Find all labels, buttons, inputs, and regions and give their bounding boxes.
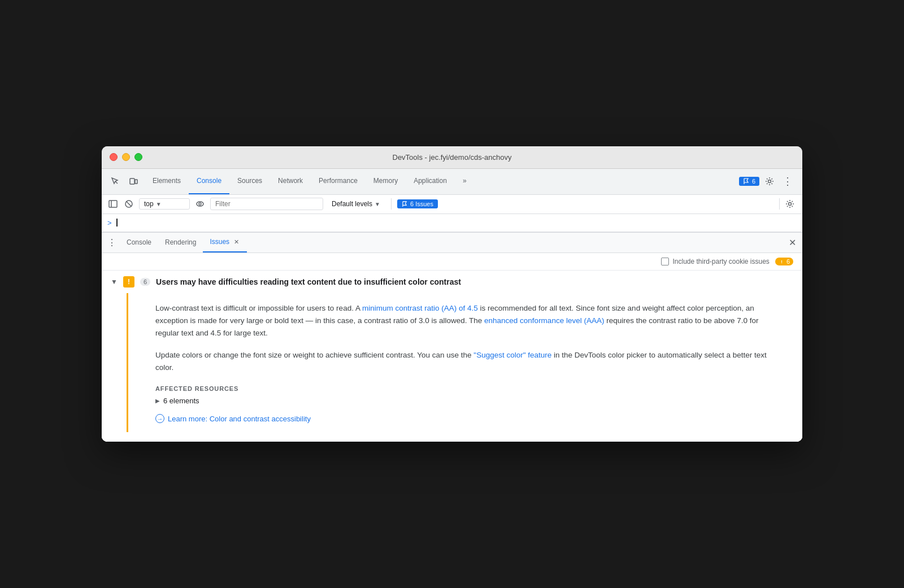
eye-button[interactable] — [193, 197, 207, 211]
inspect-element-button[interactable] — [107, 173, 123, 189]
chevron-down-icon: ▼ — [156, 201, 162, 207]
tab-sources[interactable]: Sources — [229, 169, 270, 194]
warning-icon: ! — [123, 276, 134, 288]
drawer-tab-issues[interactable]: Issues ✕ — [203, 233, 247, 252]
expand-elements-icon: ▶ — [155, 398, 160, 404]
tab-memory[interactable]: Memory — [366, 169, 406, 194]
issue-body: Low-contrast text is difficult or imposs… — [127, 293, 793, 432]
tab-application[interactable]: Application — [406, 169, 455, 194]
svg-point-9 — [789, 203, 792, 206]
more-options-button[interactable]: ⋮ — [780, 173, 796, 189]
show-sidebar-button[interactable] — [106, 197, 120, 211]
close-icon: ✕ — [789, 237, 796, 248]
flag-icon-sm — [402, 201, 408, 207]
drawer-tab-rendering[interactable]: Rendering — [158, 233, 203, 252]
tab-more[interactable]: » — [455, 169, 475, 194]
svg-point-2 — [768, 180, 771, 183]
device-toolbar-button[interactable] — [125, 173, 141, 189]
console-cursor — [116, 219, 118, 227]
settings-icon — [765, 177, 774, 186]
filter-input[interactable] — [210, 198, 323, 210]
warning-icon-badge: ! — [779, 258, 785, 264]
issue-item-contrast: ▼ ! 6 Users may have difficulties readin… — [102, 271, 802, 442]
issue-update-paragraph: Update colors or change the font size or… — [155, 349, 784, 374]
main-tabs: Elements Console Sources Network Perform… — [145, 169, 734, 194]
link-enhanced-conformance[interactable]: enhanced conformance level (AAA) — [484, 316, 604, 325]
issues-warning-badge: ! 6 — [775, 258, 793, 265]
main-toolbar: Elements Console Sources Network Perform… — [102, 169, 802, 195]
third-party-cookie-checkbox-label[interactable]: Include third-party cookie issues — [661, 258, 769, 265]
sidebar-icon — [108, 199, 118, 208]
clear-console-button[interactable] — [122, 197, 136, 211]
learn-more-link[interactable]: → Learn more: Color and contrast accessi… — [155, 414, 784, 423]
drawer-tab-console[interactable]: Console — [120, 233, 158, 252]
console-settings-button[interactable] — [782, 196, 798, 212]
settings-button[interactable] — [762, 173, 777, 189]
issues-badge-console[interactable]: 6 Issues — [397, 199, 438, 208]
affected-resources-title: Affected Resources — [155, 385, 784, 392]
svg-point-7 — [197, 202, 203, 206]
svg-text:!: ! — [781, 259, 783, 264]
link-suggest-color[interactable]: "Suggest color" feature — [473, 351, 551, 359]
flag-icon — [743, 178, 750, 185]
issues-count-badge[interactable]: 6 — [739, 177, 759, 186]
svg-rect-1 — [135, 180, 137, 184]
issue-count-badge: 6 — [140, 278, 150, 286]
console-left-icons — [106, 197, 136, 211]
level-selector[interactable]: Default levels ▼ — [327, 198, 385, 210]
fullscreen-button[interactable] — [134, 153, 142, 161]
third-party-cookie-checkbox[interactable] — [661, 258, 669, 265]
divider — [391, 198, 392, 210]
close-issues-tab-button[interactable]: ✕ — [233, 238, 240, 246]
level-chevron-icon: ▼ — [375, 201, 380, 207]
tab-performance[interactable]: Performance — [311, 169, 366, 194]
ban-icon — [124, 199, 133, 208]
console-bar: top ▼ Default levels ▼ 6 Issues — [102, 195, 802, 214]
tab-elements[interactable]: Elements — [145, 169, 189, 194]
console-input-line[interactable]: > — [102, 214, 802, 232]
divider2 — [779, 198, 780, 210]
link-minimum-contrast[interactable]: minimum contrast ratio (AA) of 4.5 — [362, 304, 478, 312]
drawer: ⋮ Console Rendering Issues ✕ ✕ — [102, 232, 802, 442]
titlebar: DevTools - jec.fyi/demo/cds-anchovy — [102, 146, 802, 169]
svg-line-6 — [127, 202, 132, 207]
issue-description-paragraph1: Low-contrast text is difficult or imposs… — [155, 302, 784, 340]
issue-header[interactable]: ▼ ! 6 Users may have difficulties readin… — [102, 271, 802, 293]
drawer-menu-button[interactable]: ⋮ — [104, 234, 120, 250]
close-drawer-button[interactable]: ✕ — [784, 234, 800, 250]
learn-more-circle-icon: → — [155, 414, 164, 423]
context-selector[interactable]: top ▼ — [139, 198, 190, 210]
eye-icon — [195, 199, 205, 208]
collapse-chevron-icon: ▼ — [111, 278, 118, 286]
issue-title: Users may have difficulties reading text… — [156, 277, 461, 286]
svg-point-8 — [199, 203, 201, 205]
window-title: DevTools - jec.fyi/demo/cds-anchovy — [393, 153, 512, 162]
gear-icon — [785, 199, 794, 208]
traffic-lights — [110, 153, 142, 161]
console-bar-right — [777, 196, 798, 212]
tab-network[interactable]: Network — [270, 169, 311, 194]
devtools-panel: Elements Console Sources Network Perform… — [102, 169, 802, 442]
close-button[interactable] — [110, 153, 118, 161]
drawer-tabs: ⋮ Console Rendering Issues ✕ ✕ — [102, 233, 802, 253]
toolbar-left — [104, 169, 145, 194]
minimize-button[interactable] — [122, 153, 130, 161]
svg-rect-3 — [109, 201, 117, 207]
console-prompt: > — [107, 219, 112, 227]
toolbar-right: 6 ⋮ — [734, 169, 800, 194]
svg-rect-0 — [130, 178, 134, 184]
issues-content: Include third-party cookie issues ! 6 ▼ — [102, 253, 802, 442]
elements-toggle[interactable]: ▶ 6 elements — [155, 397, 784, 405]
devtools-window: DevTools - jec.fyi/demo/cds-anchovy — [102, 146, 802, 442]
issues-toolbar: Include third-party cookie issues ! 6 — [102, 253, 802, 271]
tab-console[interactable]: Console — [189, 169, 229, 194]
